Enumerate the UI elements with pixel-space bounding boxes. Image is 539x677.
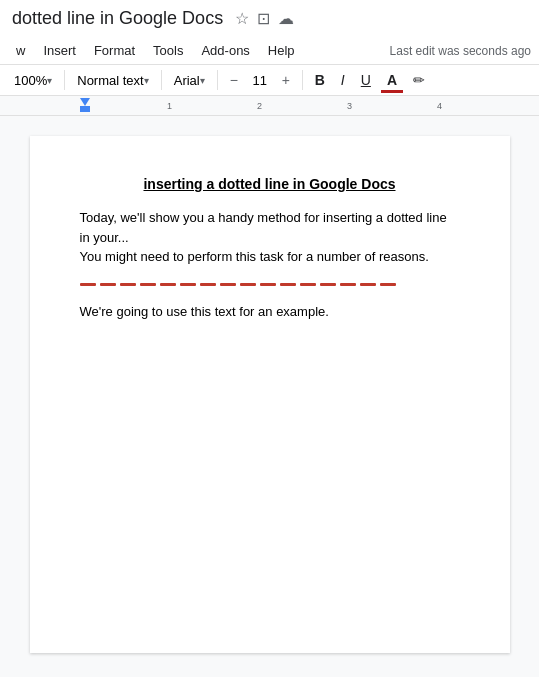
dash-7 (200, 283, 216, 286)
font-size-input[interactable] (246, 73, 274, 88)
menu-item-format[interactable]: Format (86, 39, 143, 62)
dash-9 (240, 283, 256, 286)
menu-item-insert[interactable]: Insert (35, 39, 84, 62)
ruler: 1 2 3 4 (0, 96, 539, 116)
dash-6 (180, 283, 196, 286)
toolbar-separator-4 (302, 70, 303, 90)
dash-15 (360, 283, 376, 286)
title-bar: dotted line in Google Docs ☆ ⊡ ☁ (0, 0, 539, 37)
dash-3 (120, 283, 136, 286)
style-value: Normal text (77, 73, 143, 88)
last-edit-text: Last edit was seconds ago (390, 44, 531, 58)
toolbar-separator-2 (161, 70, 162, 90)
font-selector[interactable]: Arial ▾ (168, 70, 211, 91)
bold-button[interactable]: B (309, 69, 331, 91)
dash-16 (380, 283, 396, 286)
dash-1 (80, 283, 96, 286)
menu-item-file[interactable]: w (8, 39, 33, 62)
menu-item-help[interactable]: Help (260, 39, 303, 62)
menu-item-addons[interactable]: Add-ons (193, 39, 257, 62)
indent-marker[interactable] (80, 98, 90, 106)
toolbar: 100% ▾ Normal text ▾ Arial ▾ − + B I U A… (0, 65, 539, 96)
highlighter-button[interactable]: ✏ (407, 69, 431, 91)
font-color-bar (381, 90, 403, 93)
document-page: inserting a dotted line in Google Docs T… (30, 136, 510, 653)
toolbar-separator-1 (64, 70, 65, 90)
dash-12 (300, 283, 316, 286)
ruler-mark-4: 4 (437, 101, 442, 111)
underline-button[interactable]: U (355, 69, 377, 91)
font-dropdown-arrow: ▾ (200, 75, 205, 86)
font-selector-group[interactable]: Arial ▾ (168, 70, 211, 91)
zoom-selector[interactable]: 100% ▾ (8, 70, 58, 91)
dash-4 (140, 283, 156, 286)
document-title: dotted line in Google Docs (12, 8, 223, 29)
ruler-mark-1: 1 (167, 101, 172, 111)
document-heading: inserting a dotted line in Google Docs (80, 176, 460, 192)
style-selector[interactable]: Normal text ▾ (71, 70, 154, 91)
dash-5 (160, 283, 176, 286)
font-size-decrease-button[interactable]: − (224, 70, 244, 90)
font-size-control[interactable]: − + (224, 70, 296, 90)
zoom-control[interactable]: 100% ▾ (8, 70, 58, 91)
ruler-mark-3: 3 (347, 101, 352, 111)
left-indent-marker[interactable] (80, 106, 90, 112)
title-icons: ☆ ⊡ ☁ (235, 9, 294, 28)
style-dropdown-arrow: ▾ (144, 75, 149, 86)
paragraph-1: Today, we'll show you a handy method for… (80, 208, 460, 267)
dash-13 (320, 283, 336, 286)
dash-11 (280, 283, 296, 286)
dash-10 (260, 283, 276, 286)
document-area: inserting a dotted line in Google Docs T… (0, 116, 539, 673)
dash-2 (100, 283, 116, 286)
cloud-icon[interactable]: ☁ (278, 9, 294, 28)
dash-14 (340, 283, 356, 286)
paragraph-2: We're going to use this text for an exam… (80, 302, 460, 322)
ruler-mark-2: 2 (257, 101, 262, 111)
menu-item-tools[interactable]: Tools (145, 39, 191, 62)
style-selector-group[interactable]: Normal text ▾ (71, 70, 154, 91)
zoom-dropdown-arrow: ▾ (47, 75, 52, 86)
zoom-value: 100% (14, 73, 47, 88)
font-color-label: A (387, 72, 397, 88)
dotted-line (80, 283, 460, 286)
ruler-content: 1 2 3 4 (12, 96, 527, 115)
font-size-increase-button[interactable]: + (276, 70, 296, 90)
toolbar-separator-3 (217, 70, 218, 90)
dash-8 (220, 283, 236, 286)
star-icon[interactable]: ☆ (235, 9, 249, 28)
font-color-button[interactable]: A (381, 69, 403, 91)
italic-button[interactable]: I (335, 69, 351, 91)
menu-bar: w Insert Format Tools Add-ons Help Last … (0, 37, 539, 65)
font-value: Arial (174, 73, 200, 88)
folder-icon[interactable]: ⊡ (257, 9, 270, 28)
